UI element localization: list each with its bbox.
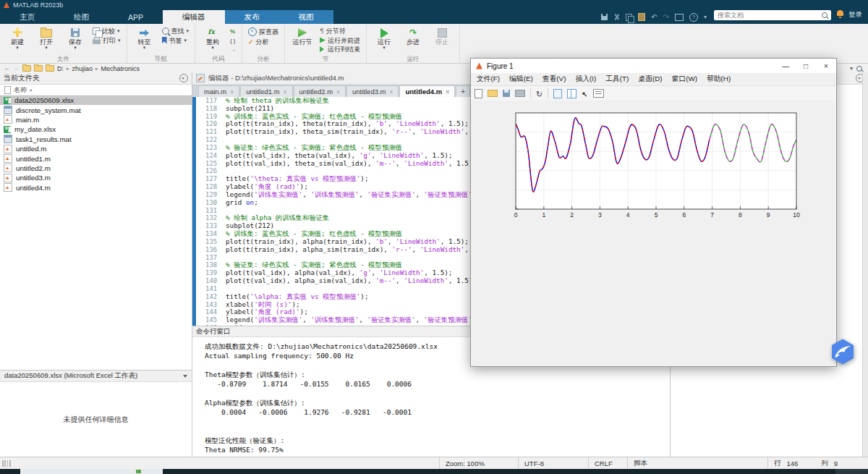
ribbon-button-重构[interactable]: 重构▾ (201, 26, 224, 51)
insert-legend-icon[interactable] (593, 89, 604, 98)
file-row[interactable]: untitled.m (0, 144, 192, 153)
breadcrumb-segment[interactable]: Mechatronics (101, 65, 140, 72)
dock-figure-icon[interactable] (553, 89, 562, 98)
taskbar-button[interactable] (20, 469, 163, 474)
ribbon-button-保存[interactable]: 保存▾ (64, 26, 87, 51)
new-tab-button[interactable]: + (456, 85, 470, 97)
file-row[interactable]: task1_results.mat (0, 135, 192, 144)
figure-canvas[interactable]: 012345678910 (471, 101, 836, 366)
file-row[interactable]: untitled2.m (0, 164, 192, 173)
windows-taskbar[interactable] (0, 469, 868, 474)
figure-menu-item[interactable]: 帮助(H) (707, 75, 731, 84)
redo-icon[interactable]: ↷ (663, 14, 669, 20)
ribbon-button-运行到结束[interactable]: 运行到结束 (320, 46, 360, 53)
file-row[interactable]: untitled1.m (0, 153, 192, 163)
ribbon-button-indent[interactable] (230, 46, 236, 53)
pointer-tool-icon[interactable] (582, 87, 587, 100)
floating-app-icon[interactable] (829, 338, 856, 365)
copy-icon[interactable] (626, 14, 632, 21)
ribbon-button-分析[interactable]: 分析 (248, 38, 278, 46)
statusbar-eol[interactable]: CRLF (588, 457, 627, 469)
ribbon-button-braces[interactable] (230, 37, 236, 44)
panel-menu-icon[interactable] (179, 74, 188, 82)
doc-search-input[interactable]: 搜索文档 (714, 10, 831, 20)
ribbon-button-percent[interactable] (230, 27, 236, 35)
editor-tab[interactable]: untitled1.m× (240, 85, 292, 97)
undo-icon[interactable]: ↶ (651, 14, 657, 20)
browse-folder-icon[interactable] (34, 65, 43, 72)
open-file-icon[interactable] (488, 90, 498, 97)
tab-close-icon[interactable]: × (230, 88, 234, 96)
ribbon-tab-3[interactable]: 编辑器 (163, 10, 225, 24)
close-button[interactable]: × (816, 59, 836, 73)
tab-close-icon[interactable]: × (336, 88, 340, 96)
ribbon-button-分节符[interactable]: 分节符 (320, 27, 360, 35)
ribbon-button-转至[interactable]: 转至▾ (133, 26, 156, 51)
collapsed-panel-strip[interactable] (862, 72, 868, 457)
window-icon[interactable] (675, 14, 684, 21)
ribbon-button-步进[interactable]: 步进 (401, 26, 425, 46)
ribbon-button-运行[interactable]: 运行▾ (373, 26, 396, 51)
statusbar-grip-icon[interactable] (2, 460, 12, 467)
theta-subplot[interactable]: 012345678910 (471, 101, 835, 233)
taskbar-app-icon[interactable] (136, 470, 141, 473)
ribbon-tab-0[interactable]: 主页 (0, 10, 54, 24)
layout-icon[interactable] (567, 89, 576, 98)
print-figure-icon[interactable] (515, 90, 525, 97)
figure-menu-item[interactable]: 工具(T) (605, 75, 629, 84)
forward-icon[interactable]: → (13, 65, 20, 72)
ribbon-tab-5[interactable]: 视图 (279, 10, 333, 24)
file-row[interactable]: discrete_system.mat (0, 105, 192, 114)
statusbar-zoom[interactable]: Zoom: 100% (439, 457, 518, 469)
file-row[interactable]: untitled3.m (0, 173, 192, 182)
editor-tab[interactable]: untitled4.m× (399, 85, 455, 97)
taskbar-tray[interactable] (835, 469, 868, 474)
up-folder-icon[interactable] (22, 65, 31, 72)
figure-titlebar[interactable]: Figure 1 — □ × (471, 59, 836, 73)
figure-menu-item[interactable]: 编辑(E) (509, 75, 533, 84)
maximize-button[interactable]: □ (796, 59, 816, 73)
figure-menu-item[interactable]: 桌面(D) (638, 75, 662, 84)
ribbon-button-打开[interactable]: 打开▾ (35, 26, 58, 51)
figure-menu-item[interactable]: 查看(V) (542, 75, 566, 84)
quick-toolbar-caret-icon[interactable]: ▾ (704, 14, 707, 20)
ribbon-button-运行节[interactable]: 运行节 (291, 26, 314, 46)
figure-menu-item[interactable]: 文件(F) (477, 75, 500, 84)
ribbon-button-探查器[interactable]: 探查器 (248, 27, 278, 36)
new-figure-icon[interactable] (475, 89, 482, 98)
editor-tab[interactable]: untitled2.m× (294, 85, 346, 97)
tab-close-icon[interactable]: × (390, 88, 393, 96)
ribbon-tab-1[interactable]: 绘图 (54, 10, 109, 24)
sign-in-link[interactable]: 登录 (848, 10, 862, 24)
ribbon-button-书签[interactable]: 书签▾ (162, 37, 190, 44)
ribbon-tab-2[interactable]: APP (109, 10, 163, 24)
tab-close-icon[interactable]: × (284, 88, 287, 96)
alpha-subplot[interactable] (471, 236, 835, 369)
file-row[interactable]: data20250609.xlsx (0, 96, 192, 105)
ribbon-button-新建[interactable]: 新建▾ (6, 26, 29, 51)
figure-menu-item[interactable]: 窗口(W) (672, 75, 697, 84)
breadcrumb-segment[interactable]: zhujiao (72, 65, 93, 72)
quick-save-icon[interactable] (601, 14, 608, 20)
cut-icon[interactable] (613, 14, 620, 20)
file-details-header[interactable]: data20250609.xlsx (Microsoft Excel 工作表) (0, 370, 192, 382)
file-row[interactable]: untitled4.m (0, 183, 192, 192)
ribbon-tab-4[interactable]: 发布 (225, 10, 279, 24)
figure-menu-item[interactable]: 插入(I) (575, 75, 596, 84)
statusbar-encoding[interactable]: UTF-8 (518, 457, 588, 469)
ribbon-button-运行并前进[interactable]: 运行并前进 (320, 37, 360, 44)
tab-close-icon[interactable]: × (446, 88, 449, 96)
file-row[interactable]: my_date.xlsx (0, 124, 192, 134)
ribbon-button-比较[interactable]: 比较▾ (93, 27, 121, 35)
files-header-row[interactable]: 名称 ▴ (0, 85, 192, 96)
rotate-3d-icon[interactable] (536, 87, 542, 100)
editor-tab[interactable]: main.m× (198, 85, 239, 97)
folder-search-icon[interactable] (856, 66, 862, 72)
file-row[interactable]: main.m (0, 115, 192, 124)
minimize-button[interactable]: — (775, 59, 796, 73)
ribbon-button-查找[interactable]: 查找▾ (162, 27, 190, 35)
paste-icon[interactable] (638, 13, 645, 21)
save-figure-icon[interactable] (503, 90, 510, 97)
notification-bell-icon[interactable] (837, 10, 843, 16)
address-caret-icon[interactable]: ▾ (850, 65, 853, 72)
